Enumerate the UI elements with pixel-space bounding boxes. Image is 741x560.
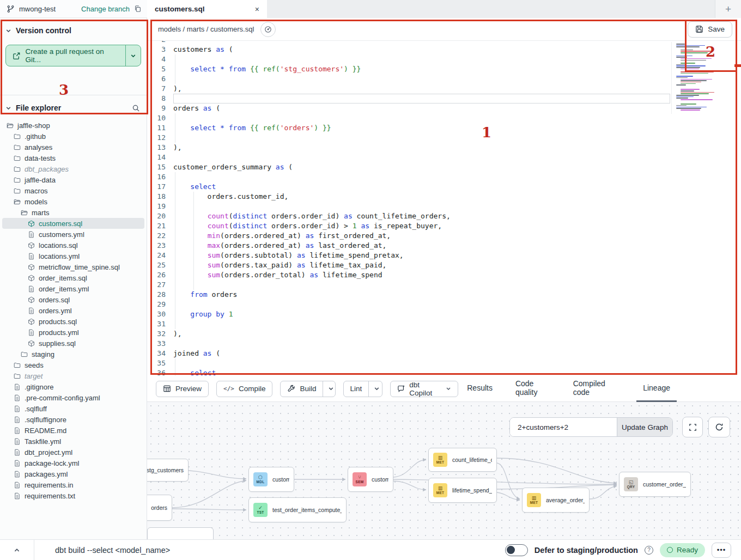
tree-item-jaffle-data[interactable]: jaffle-data — [2, 174, 144, 185]
lint-dropdown[interactable] — [368, 381, 382, 397]
code-line-23[interactable]: 23 max(orders.ordered_at) as last_ordere… — [147, 241, 741, 251]
code-line-3[interactable]: 3customers as ( — [147, 45, 741, 54]
code-line-30[interactable]: 30 group by 1 — [147, 309, 741, 319]
tree-item-requirements-txt[interactable]: requirements.txt — [2, 490, 144, 501]
tree-item-customers-yml[interactable]: customers.yml — [2, 229, 144, 240]
pr-button-dropdown[interactable] — [125, 45, 141, 66]
preview-button[interactable]: Preview — [156, 381, 209, 397]
code-line-11[interactable]: 11 select * from {{ ref('orders') }} — [147, 123, 741, 133]
model-health-icon[interactable] — [260, 22, 276, 37]
tree-item--github[interactable]: .github — [2, 131, 144, 142]
tab-compiled-code[interactable]: Compiled code — [572, 376, 616, 402]
tree-item--pre-commit-config-yaml[interactable]: .pre-commit-config.yaml — [2, 392, 144, 403]
code-line-17[interactable]: 17 select — [147, 182, 741, 192]
code-line-14[interactable]: 14 — [147, 153, 741, 162]
tab-lineage[interactable]: Lineage — [636, 376, 677, 402]
tree-item-locations-yml[interactable]: locations.yml — [2, 251, 144, 261]
code-line-21[interactable]: 21 count(distinct orders.order_id) > 1 a… — [147, 221, 741, 231]
help-icon[interactable]: ? — [645, 546, 653, 555]
code-line-31[interactable]: 31 — [147, 319, 741, 329]
tree-item-customers-sql[interactable]: customers.sql — [2, 218, 144, 229]
code-line-35[interactable]: 35 — [147, 358, 741, 368]
close-icon[interactable]: × — [255, 5, 259, 14]
tree-item-marts[interactable]: marts — [2, 207, 144, 218]
tree-item-order-items-sql[interactable]: order_items.sql — [2, 272, 144, 283]
tab-customers-sql[interactable]: customers.sql × — [147, 0, 267, 18]
expand-command-bar[interactable] — [0, 547, 34, 553]
tab-code-quality[interactable]: Code quality — [514, 376, 551, 402]
tab-results[interactable]: Results — [466, 376, 494, 402]
tree-item--sqlfluff[interactable]: .sqlfluff — [2, 403, 144, 414]
search-icon[interactable] — [132, 104, 140, 112]
lineage-node-customers[interactable]: ⬡MDLcustomers — [248, 467, 294, 492]
tree-item-supplies-sql[interactable]: supplies.sql — [2, 338, 144, 349]
code-line-6[interactable]: 6 — [147, 74, 741, 84]
lineage-node-average-order-value[interactable]: ▥METaverage_order_value — [522, 488, 590, 513]
tree-item-requirements-in[interactable]: requirements.in — [2, 479, 144, 490]
lineage-node-lifetime-spend-pretax[interactable]: ▥METlifetime_spend_pretax — [428, 478, 497, 503]
code-line-29[interactable]: 29 — [147, 300, 741, 309]
tree-item-analyses[interactable]: analyses — [2, 142, 144, 153]
change-branch-link[interactable]: Change branch — [81, 5, 130, 13]
code-line-18[interactable]: 18 orders.customer_id, — [147, 192, 741, 202]
command-input[interactable]: dbt build --select <model_name> — [55, 546, 170, 555]
tree-item-products-yml[interactable]: products.yml — [2, 327, 144, 338]
dbt-copilot-button[interactable]: dbt Copilot — [390, 381, 459, 397]
code-line-28[interactable]: 28 from orders — [147, 290, 741, 300]
lineage-node-test-order-items-compute-to-bools-[interactable]: ✓TSTtest_order_items_compute_to_bools... — [248, 497, 347, 522]
code-line-27[interactable]: 27 — [147, 280, 741, 290]
build-button[interactable]: Build — [281, 381, 323, 397]
tree-item-orders-sql[interactable]: orders.sql — [2, 294, 144, 305]
code-line-34[interactable]: 34joined as ( — [147, 349, 741, 358]
tree-item-data-tests[interactable]: data-tests — [2, 153, 144, 163]
code-line-22[interactable]: 22 min(orders.ordered_at) as first_order… — [147, 231, 741, 241]
tree-item--gitignore[interactable]: .gitignore — [2, 381, 144, 392]
build-dropdown[interactable] — [323, 381, 335, 397]
code-line-13[interactable]: 13), — [147, 143, 741, 153]
compile-button[interactable]: </> Compile — [216, 381, 272, 397]
tree-item-readme-md[interactable]: README.md — [2, 425, 144, 436]
lineage-node-customers[interactable]: ⑂SEMcustomers — [348, 467, 393, 492]
tree-item-orders-yml[interactable]: orders.yml — [2, 305, 144, 316]
tree-item-metricflow-time-spine-sql[interactable]: metricflow_time_spine.sql — [2, 261, 144, 272]
tree-item-taskfile-yml[interactable]: Taskfile.yml — [2, 436, 144, 447]
code-line-16[interactable]: 16 — [147, 172, 741, 182]
lineage-node-customer-order-metrics[interactable]: ◱QRYcustomer_order_metrics — [619, 472, 691, 497]
tree-item-seeds[interactable]: seeds — [2, 360, 144, 370]
lineage-node-partial[interactable] — [147, 527, 214, 539]
code-line-36[interactable]: 36 select — [147, 368, 741, 376]
tree-item--sqlfluffignore[interactable]: .sqlfluffignore — [2, 414, 144, 425]
refresh-button[interactable] — [708, 417, 730, 437]
lineage-node-orders[interactable]: orders — [147, 495, 172, 521]
tree-item-dbt-packages[interactable]: dbt_packages — [2, 163, 144, 174]
lint-button[interactable]: Lint — [344, 381, 369, 397]
update-graph-button[interactable]: Update Graph — [617, 418, 672, 436]
tree-item-macros[interactable]: macros — [2, 185, 144, 196]
code-line-7[interactable]: 7), — [147, 84, 741, 94]
tree-item-products-sql[interactable]: products.sql — [2, 316, 144, 327]
new-tab-button[interactable]: + — [715, 0, 741, 18]
lineage-node-stg-customers[interactable]: stg_customers — [147, 459, 189, 482]
create-pull-request-button[interactable]: Create a pull request on Git... — [5, 45, 141, 66]
minimap[interactable] — [671, 42, 715, 114]
code-line-5[interactable]: 5 select * from {{ ref('stg_customers') … — [147, 64, 741, 74]
save-button[interactable]: Save — [688, 21, 732, 38]
code-editor[interactable]: 23customers as (45 select * from {{ ref(… — [147, 41, 741, 376]
code-line-10[interactable]: 10 — [147, 113, 741, 123]
code-line-24[interactable]: 24 sum(orders.subtotal) as lifetime_spen… — [147, 251, 741, 260]
code-line-33[interactable]: 33 — [147, 339, 741, 349]
lineage-node-count-lifetime-orders[interactable]: ▥METcount_lifetime_orders — [428, 448, 497, 472]
file-explorer-header[interactable]: File explorer — [0, 95, 147, 117]
tree-item-jaffle-shop[interactable]: jaffle-shop — [2, 120, 144, 131]
tree-item-target[interactable]: target — [2, 370, 144, 381]
more-options-button[interactable]: ••• — [712, 543, 731, 558]
fullscreen-button[interactable] — [682, 417, 703, 437]
lineage-selector-input[interactable] — [510, 418, 617, 436]
version-control-header[interactable]: Version control — [0, 18, 147, 39]
code-line-4[interactable]: 4 — [147, 54, 741, 64]
code-line-2[interactable]: 2 — [147, 41, 741, 45]
tree-item-packages-yml[interactable]: packages.yml — [2, 468, 144, 479]
code-line-25[interactable]: 25 sum(orders.tax_paid) as lifetime_tax_… — [147, 260, 741, 270]
tree-item-locations-sql[interactable]: locations.sql — [2, 240, 144, 251]
tree-item-package-lock-yml[interactable]: package-lock.yml — [2, 458, 144, 468]
